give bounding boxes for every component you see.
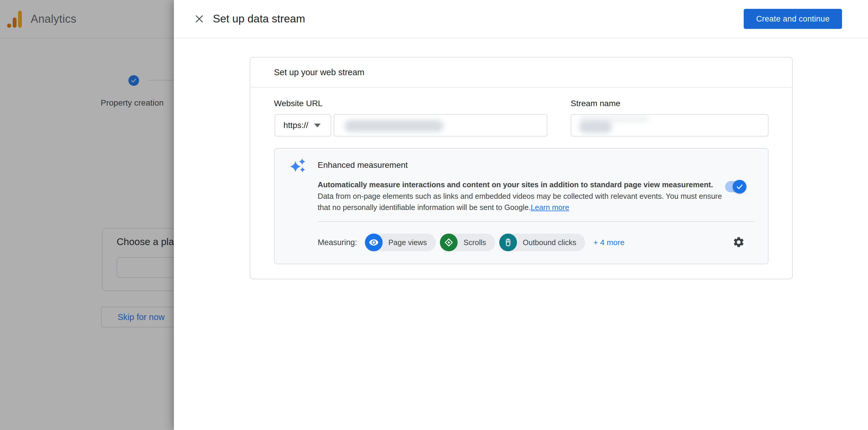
measurement-settings-button[interactable] [732,236,745,249]
show-more-measurements-link[interactable]: + 4 more [593,238,624,247]
setup-data-stream-sheet: Set up data stream Create and continue S… [174,0,868,430]
protocol-select[interactable]: https:// [275,114,331,137]
chip-page-views: Page views [365,234,436,251]
scroll-icon [444,237,454,247]
sheet-header: Set up data stream Create and continue [174,0,868,38]
chip-label: Scrolls [464,238,486,247]
check-icon [736,183,744,191]
divider [318,221,755,222]
enhanced-measurement-section: Enhanced measurement Automatically measu… [274,148,769,264]
card-title: Set up your web stream [250,58,792,88]
measuring-row: Measuring: Page views [318,234,746,251]
chevron-down-icon [314,124,321,127]
learn-more-link[interactable]: Learn more [531,203,569,211]
close-icon [194,13,205,25]
eye-icon [369,237,379,247]
mouse-icon [503,237,513,247]
enhanced-measurement-title: Enhanced measurement [318,160,408,170]
chip-scrolls: Scrolls [440,234,495,251]
enhanced-measurement-description: Automatically measure interactions and c… [318,179,722,213]
sheet-title: Set up data stream [213,13,305,25]
chip-label: Outbound clicks [523,238,576,247]
website-url-input[interactable] [334,114,547,137]
description-line3: that no personally identifiable informat… [318,203,531,211]
measuring-label: Measuring: [318,238,357,247]
chip-icon-circle [499,234,517,251]
description-bold-sentence: Automatically measure interactions and c… [318,180,713,189]
toggle-thumb [733,180,746,194]
stream-name-label: Stream name [571,99,620,108]
chip-icon-circle [440,234,458,251]
chip-outbound-clicks: Outbound clicks [499,234,585,251]
protocol-value: https:// [283,121,308,130]
description-line2: Data from on-page elements such as links… [318,192,722,200]
close-button[interactable] [192,12,206,26]
web-stream-card: Set up your web stream Website URL https… [250,57,793,279]
enhanced-measurement-toggle[interactable] [725,181,746,192]
chip-label: Page views [389,238,427,247]
chip-icon-circle [365,234,383,251]
create-and-continue-button[interactable]: Create and continue [744,9,842,29]
gear-icon [733,236,745,248]
redacted-url-value [344,120,443,132]
stream-name-input[interactable] [571,114,769,137]
sparkle-icon [289,156,308,175]
website-url-label: Website URL [274,99,322,108]
redacted-stream-name-value [579,121,612,133]
